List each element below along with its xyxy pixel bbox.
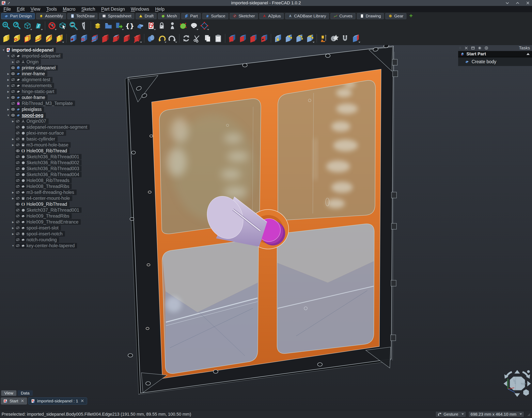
workbench-cadbase-library[interactable]: ACADBase Library bbox=[285, 13, 329, 19]
hidden-eye-icon[interactable] bbox=[16, 161, 20, 165]
view-fit-icon[interactable] bbox=[1, 20, 11, 31]
document-tab-start[interactable]: Start✕ bbox=[1, 397, 27, 405]
close-button[interactable] bbox=[525, 1, 531, 5]
menu-view[interactable]: View bbox=[28, 6, 43, 12]
tree-row[interactable]: ▶alignment-test bbox=[0, 77, 87, 83]
tree-row[interactable]: Sketch036_RibThread002 bbox=[0, 160, 87, 166]
view-property-tab[interactable]: View bbox=[1, 390, 16, 396]
tree-row[interactable]: ▶m3-self-threading-holes bbox=[0, 189, 87, 195]
workbench-techdraw[interactable]: TechDraw bbox=[67, 13, 98, 19]
collapse-triangle-icon[interactable] bbox=[526, 53, 530, 55]
draft-icon[interactable] bbox=[248, 33, 259, 44]
hidden-eye-icon[interactable] bbox=[16, 196, 20, 200]
tree-row[interactable]: Hole009_ThreadRibs bbox=[0, 213, 87, 219]
navigation-style-dropdown[interactable]: Gesture bbox=[435, 411, 466, 417]
hidden-eye-icon[interactable] bbox=[16, 220, 20, 224]
tree-row[interactable]: Sketch037_RibThread001 bbox=[0, 207, 87, 213]
subtractive-pipe-icon[interactable] bbox=[111, 33, 121, 44]
defeaturing-icon[interactable] bbox=[350, 33, 361, 44]
redo-icon[interactable] bbox=[167, 33, 178, 44]
tree-row[interactable]: ▶Origin bbox=[0, 59, 87, 65]
tree-row[interactable]: ▶Origin007 bbox=[0, 118, 87, 124]
tree-row[interactable]: ▼imported-sidepanel bbox=[0, 47, 87, 53]
pocket-icon[interactable] bbox=[68, 33, 78, 44]
workbench-part-design[interactable]: Part Design bbox=[1, 13, 35, 19]
tree-row[interactable]: ▶hinge-static-part bbox=[0, 89, 87, 94]
additive-helix-icon[interactable] bbox=[44, 33, 54, 44]
validate-lock-icon[interactable] bbox=[156, 20, 167, 31]
tree-row[interactable]: ▶Hole009_ThreadEntrance bbox=[0, 219, 87, 225]
workbench-curves[interactable]: Curves bbox=[330, 13, 355, 19]
collapsed-arrow-icon[interactable]: ▶ bbox=[11, 221, 15, 223]
linear-pattern-icon[interactable] bbox=[283, 33, 294, 44]
tree-row[interactable]: ▶m3-mount-hole-base bbox=[0, 142, 87, 148]
hidden-eye-icon[interactable] bbox=[16, 125, 20, 129]
tree-row[interactable]: plexi-inner-surface bbox=[0, 130, 87, 136]
hidden-eye-icon[interactable] bbox=[16, 208, 20, 212]
hidden-eye-icon[interactable] bbox=[11, 90, 15, 93]
hidden-eye-icon[interactable] bbox=[16, 167, 20, 171]
collapsed-arrow-icon[interactable]: ▶ bbox=[11, 138, 15, 140]
menu-macro[interactable]: Macro bbox=[60, 6, 78, 12]
fillet-icon[interactable] bbox=[227, 33, 237, 44]
measure-caliper-icon[interactable] bbox=[78, 20, 89, 31]
gear-star-icon[interactable] bbox=[329, 33, 340, 44]
hidden-eye-icon[interactable] bbox=[16, 232, 20, 236]
collapsed-arrow-icon[interactable]: ▶ bbox=[11, 120, 15, 123]
workbench-assembly[interactable]: Assembly bbox=[36, 13, 66, 19]
chamfer-icon[interactable] bbox=[237, 33, 248, 44]
expanded-arrow-icon[interactable]: ▼ bbox=[1, 49, 6, 52]
printer-tool-icon[interactable] bbox=[318, 33, 329, 44]
visibility-eye-icon[interactable] bbox=[11, 95, 15, 99]
visibility-eye-icon[interactable] bbox=[11, 107, 15, 111]
boolean-icon[interactable] bbox=[146, 33, 156, 44]
hidden-eye-icon[interactable] bbox=[11, 101, 15, 105]
hidden-eye-icon[interactable] bbox=[11, 78, 15, 82]
clipping-plane-icon[interactable] bbox=[146, 20, 156, 31]
tree-row[interactable]: ▶measurements bbox=[0, 83, 87, 89]
additive-loft-icon[interactable] bbox=[22, 33, 33, 44]
collapsed-arrow-icon[interactable]: ▶ bbox=[6, 96, 10, 99]
document-tab-imported-sidepanel-1[interactable]: imported-sidepanel : 1✕ bbox=[28, 397, 87, 405]
hidden-eye-icon[interactable] bbox=[16, 155, 20, 159]
create-body-item[interactable]: Create body bbox=[458, 57, 532, 66]
visibility-eye-icon[interactable] bbox=[11, 66, 15, 70]
visibility-eye-icon[interactable] bbox=[16, 149, 20, 153]
tree-row[interactable]: Sketch036_RibThread001 bbox=[0, 154, 87, 160]
workbench-surface[interactable]: Surface bbox=[202, 13, 228, 19]
tree-row[interactable]: ▶plexiglass bbox=[0, 106, 87, 112]
collapsed-arrow-icon[interactable]: ▶ bbox=[11, 232, 15, 235]
hidden-eye-icon[interactable] bbox=[16, 137, 20, 141]
workbench-drawing[interactable]: Drawing bbox=[357, 13, 384, 19]
expanded-arrow-icon[interactable]: ▼ bbox=[6, 55, 10, 58]
collapsed-arrow-icon[interactable]: ▶ bbox=[6, 84, 10, 87]
tree-row[interactable]: printer-sidepanel bbox=[0, 65, 87, 71]
expanded-arrow-icon[interactable]: ▼ bbox=[11, 244, 15, 247]
export-icon[interactable] bbox=[114, 20, 124, 31]
maximize-button[interactable] bbox=[515, 1, 520, 5]
collapsed-arrow-icon[interactable]: ▶ bbox=[6, 78, 10, 81]
dimensions-dropdown[interactable]: 698.23 mm x 464.10 mm bbox=[468, 411, 524, 417]
close-tab-icon[interactable]: ✕ bbox=[21, 398, 24, 404]
collapsed-arrow-icon[interactable]: ▶ bbox=[11, 191, 15, 194]
panel-float-icon[interactable] bbox=[471, 46, 475, 50]
visibility-eye-icon[interactable] bbox=[11, 113, 15, 117]
undo-icon[interactable] bbox=[156, 33, 167, 44]
data-property-tab[interactable]: Data bbox=[18, 390, 33, 396]
additive-pipe-icon[interactable] bbox=[33, 33, 44, 44]
tree-row[interactable]: ▶outer-frame bbox=[0, 94, 87, 100]
tree-row[interactable]: ▶n4-center-mount-hole bbox=[0, 195, 87, 201]
collapsed-arrow-icon[interactable]: ▶ bbox=[11, 226, 15, 230]
tree-row[interactable]: ▶basic-cyllinder bbox=[0, 136, 87, 142]
defeaturing-sheep-icon[interactable] bbox=[188, 20, 199, 31]
tree-row[interactable]: Sketch036_RibThread003 bbox=[0, 166, 87, 172]
subtractive-primitive-icon[interactable] bbox=[132, 33, 143, 44]
hidden-eye-icon[interactable] bbox=[11, 84, 15, 88]
workbench-gear[interactable]: Gear bbox=[385, 13, 406, 19]
menu-edit[interactable]: Edit bbox=[14, 6, 27, 12]
hidden-eye-icon[interactable] bbox=[16, 60, 20, 64]
collapsed-arrow-icon[interactable]: ▶ bbox=[11, 143, 15, 146]
tree-row[interactable]: RibThread_M3_Template bbox=[0, 100, 87, 106]
expanded-arrow-icon[interactable]: ▼ bbox=[6, 114, 10, 117]
material-layers-icon[interactable] bbox=[92, 20, 103, 31]
